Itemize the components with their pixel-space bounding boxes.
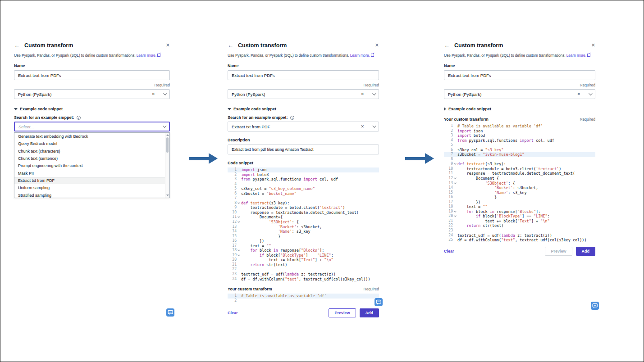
code-line[interactable]: 22	[228, 267, 379, 272]
back-arrow-icon[interactable]: ←	[444, 42, 450, 49]
back-arrow-icon[interactable]: ←	[228, 42, 233, 49]
example-snippet-expander[interactable]: Example code snippet	[444, 107, 595, 111]
code-line[interactable]: 18 for block in response["Blocks"]:	[228, 248, 379, 253]
code-line[interactable]: 9 textractmodule = boto3.client('textrac…	[228, 205, 379, 210]
snippet-select[interactable]: Select...	[14, 122, 170, 131]
code-line[interactable]: 15 }	[228, 234, 379, 239]
code-line[interactable]: 1import json	[228, 167, 379, 172]
code-line[interactable]: 7s3bucket = "ivkin-muse-blog1"	[444, 152, 595, 157]
code-line[interactable]: 23textract_udf = udf(lambda z: textract(…	[228, 272, 379, 277]
code-line[interactable]: 19 for block in response["Blocks"]:	[444, 209, 595, 214]
clear-button[interactable]: Clear	[228, 311, 238, 315]
clear-selection-icon[interactable]: ✕	[356, 92, 369, 96]
dropdown-option[interactable]: Uniform sampling	[14, 184, 169, 191]
code-line[interactable]: 24textract_udf = udf(lambda z: textract(…	[444, 233, 595, 238]
code-line[interactable]: 15 'Name': s3_key	[444, 190, 595, 195]
scroll-up-icon[interactable]	[166, 134, 169, 136]
code-line[interactable]: 8	[444, 157, 595, 162]
code-line[interactable]: 18 text = ""	[444, 204, 595, 209]
code-line[interactable]: 16 }	[444, 195, 595, 200]
code-snippet-editor[interactable]: 1import json2import boto33from pyspark.s…	[228, 167, 379, 281]
name-input[interactable]: Extract text from PDFs	[444, 70, 595, 80]
dropdown-option[interactable]: Chunk text (characters)	[14, 148, 169, 155]
code-line[interactable]: 4	[228, 182, 379, 187]
code-line[interactable]: 1# Table is available as variable 'df'	[444, 124, 595, 129]
language-select[interactable]: Python (PySpark) ✕	[444, 89, 595, 99]
code-line[interactable]: 9def textract(s3_key):	[444, 162, 595, 167]
info-icon[interactable]: i	[290, 116, 294, 120]
code-line[interactable]: 17 text = ""	[228, 244, 379, 249]
code-line[interactable]: 13 'Bucket': s3bucket,	[228, 225, 379, 230]
close-icon[interactable]: ✕	[375, 42, 379, 48]
code-line[interactable]: 4from pyspark.sql.functions import col, …	[444, 138, 595, 143]
code-line[interactable]: 12 Document={	[444, 176, 595, 181]
code-line[interactable]: 5	[444, 143, 595, 148]
code-line[interactable]: 12 'S3Object': {	[228, 220, 379, 225]
close-icon[interactable]: ✕	[591, 42, 595, 48]
custom-transform-editor[interactable]: 1# Table is available as variable 'df'2i…	[444, 124, 595, 243]
code-line[interactable]: 2import json	[444, 129, 595, 134]
name-input[interactable]: Extract text from PDFs	[14, 70, 170, 80]
chat-widget-icon[interactable]	[591, 302, 599, 310]
language-select[interactable]: Python (PySpark) ✕	[14, 89, 170, 99]
code-line[interactable]: 2import boto3	[228, 172, 379, 177]
example-snippet-expander[interactable]: Example code snippet	[14, 107, 170, 111]
info-icon[interactable]: i	[77, 116, 81, 120]
code-line[interactable]: 25df = df.withColumn("text", textract_ud…	[444, 238, 595, 243]
code-line[interactable]: 1# Table is available as variable 'df'	[228, 294, 379, 299]
code-line[interactable]: 3import boto3	[444, 133, 595, 138]
dropdown-option[interactable]: Query Bedrock model	[14, 140, 169, 147]
code-line[interactable]: 21 return str(text)	[228, 262, 379, 267]
code-line[interactable]: 7	[228, 196, 379, 201]
code-line[interactable]: 22 return str(text)	[444, 223, 595, 228]
add-button[interactable]: Add	[576, 247, 596, 256]
dropdown-option[interactable]: Generate text embedding with Bedrock	[14, 133, 169, 140]
code-line[interactable]: 24df = df.withColumn("text", textract_ud…	[228, 277, 379, 282]
scrollbar-thumb[interactable]	[166, 137, 169, 153]
scroll-down-icon[interactable]	[166, 195, 169, 196]
preview-button[interactable]: Preview	[329, 308, 356, 317]
code-line[interactable]: 14 'Bucket': s3bucket,	[444, 186, 595, 190]
clear-selection-icon[interactable]: ✕	[356, 124, 369, 129]
code-line[interactable]: 6s3key_col = "s3_key"	[444, 148, 595, 153]
learn-more-link[interactable]: Learn more.	[137, 53, 156, 58]
learn-more-link[interactable]: Learn more.	[566, 53, 586, 58]
language-select[interactable]: Python (PySpark) ✕	[228, 89, 379, 99]
code-line[interactable]: 10 textractmodule = boto3.client('textra…	[444, 167, 595, 172]
snippet-select[interactable]: Extract txt from PDF ✕	[228, 122, 379, 131]
code-line[interactable]: 11 Document={	[228, 215, 379, 220]
dropdown-scrollbar[interactable]	[165, 133, 169, 198]
close-icon[interactable]: ✕	[166, 42, 170, 48]
code-line[interactable]: 5s3key_col = "s3_key_column_name"	[228, 186, 379, 191]
code-line[interactable]: 11 response = textractmodule.detect_docu…	[444, 171, 595, 176]
clear-button[interactable]: Clear	[444, 249, 454, 253]
description-input[interactable]: Extract text from pdf files using Amazon…	[228, 145, 379, 154]
code-line[interactable]: 20 if block['BlockType'] == "LINE":	[444, 214, 595, 219]
preview-button[interactable]: Preview	[545, 247, 572, 256]
dropdown-option[interactable]: Mask PII	[14, 169, 169, 176]
add-button[interactable]: Add	[360, 308, 379, 317]
chat-widget-icon[interactable]	[166, 308, 174, 317]
back-arrow-icon[interactable]: ←	[14, 42, 20, 49]
code-line[interactable]: 17 })	[444, 200, 595, 205]
code-line[interactable]: 3from pyspark.sql.functions import col, …	[228, 177, 379, 182]
example-snippet-expander[interactable]: Example code snippet	[228, 107, 379, 111]
code-line[interactable]: 20 text += block["Text"] + "\n"	[228, 258, 379, 262]
code-line[interactable]: 8def textract(s3_key):	[228, 201, 379, 206]
code-line[interactable]: 14 'Name': s3_key	[228, 229, 379, 234]
name-input[interactable]: Extract text from PDFs	[228, 70, 379, 80]
custom-transform-editor[interactable]: 1# Table is available as variable 'df'2	[228, 294, 379, 303]
code-line[interactable]: 2	[228, 299, 379, 303]
learn-more-link[interactable]: Learn more.	[350, 53, 370, 58]
dropdown-option[interactable]: Stratified sampling	[14, 191, 169, 198]
chat-widget-icon[interactable]	[375, 298, 383, 306]
code-line[interactable]: 21 text += block["Text"] + "\n"	[444, 219, 595, 224]
clear-selection-icon[interactable]: ✕	[572, 92, 585, 96]
code-line[interactable]: 19 if block['BlockType'] == "LINE":	[228, 253, 379, 258]
clear-selection-icon[interactable]: ✕	[147, 92, 160, 96]
code-line[interactable]: 16 })	[228, 239, 379, 244]
code-line[interactable]: 23	[444, 228, 595, 233]
dropdown-option[interactable]: Chunk text (sentence)	[14, 155, 169, 162]
code-line[interactable]: 10 response = textractmodule.detect_docu…	[228, 210, 379, 215]
dropdown-option[interactable]: Extract txt from PDF	[14, 177, 169, 184]
